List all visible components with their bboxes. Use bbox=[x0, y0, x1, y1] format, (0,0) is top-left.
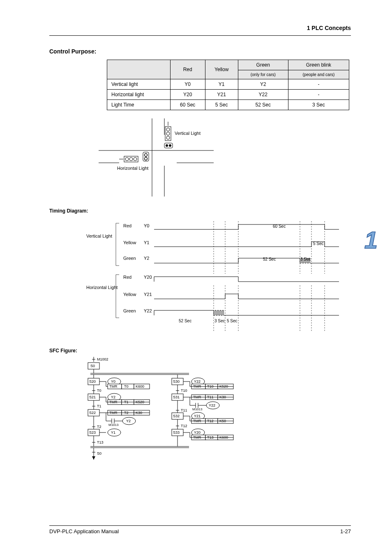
svg-text:K600: K600 bbox=[136, 384, 144, 388]
svg-text:Y0: Y0 bbox=[144, 223, 149, 228]
svg-text:S31: S31 bbox=[173, 395, 180, 399]
control-purpose-title: Control Purpose: bbox=[49, 48, 351, 55]
timing-diagram-title: Timing Diagram: bbox=[49, 208, 351, 214]
col-green: Green bbox=[238, 60, 288, 70]
svg-text:52 Sec: 52 Sec bbox=[263, 257, 276, 261]
svg-text:Green: Green bbox=[123, 256, 136, 261]
svg-text:Y21: Y21 bbox=[144, 292, 152, 297]
lights-table: Red Yellow Green Green blink (only for c… bbox=[107, 60, 349, 110]
svg-text:Y22: Y22 bbox=[209, 403, 215, 407]
col-green-sub: (only for cars) bbox=[238, 70, 288, 79]
svg-text:Y2: Y2 bbox=[144, 256, 149, 261]
svg-text:S20: S20 bbox=[89, 379, 96, 384]
svg-text:T13: T13 bbox=[97, 440, 104, 444]
svg-text:M1002: M1002 bbox=[97, 357, 108, 361]
svg-text:Y2: Y2 bbox=[126, 419, 131, 423]
svg-text:T11: T11 bbox=[181, 408, 187, 412]
col-green-blink: Green blink bbox=[288, 60, 349, 70]
svg-text:Y22: Y22 bbox=[194, 379, 201, 384]
svg-text:T12: T12 bbox=[181, 424, 187, 428]
svg-text:S21: S21 bbox=[89, 395, 96, 399]
svg-text:5 Sec: 5 Sec bbox=[313, 241, 324, 246]
sfc-figure-title: SFC Figure: bbox=[49, 348, 351, 354]
svg-text:T0: T0 bbox=[124, 384, 129, 388]
svg-text:Red: Red bbox=[123, 223, 131, 228]
table-row: Light Time 60 Sec 5 Sec 52 Sec 3 Sec bbox=[107, 100, 349, 110]
svg-point-18 bbox=[169, 144, 171, 147]
svg-rect-6 bbox=[165, 127, 171, 141]
svg-text:Y21: Y21 bbox=[194, 414, 201, 418]
svg-text:52 Sec: 52 Sec bbox=[179, 319, 191, 323]
svg-rect-11 bbox=[124, 156, 138, 162]
svg-text:M1013: M1013 bbox=[108, 423, 119, 427]
svg-text:S22: S22 bbox=[89, 411, 96, 415]
svg-text:Y20: Y20 bbox=[144, 275, 152, 280]
svg-text:Y0: Y0 bbox=[111, 379, 115, 384]
svg-text:S30: S30 bbox=[173, 379, 180, 384]
timing-diagram: Vertical Light Horizontal Light Red Y0 Y… bbox=[86, 217, 341, 336]
svg-text:S32: S32 bbox=[173, 414, 180, 418]
chapter-number: 1 bbox=[364, 226, 378, 254]
svg-text:S0: S0 bbox=[97, 451, 101, 456]
footer-text: DVP-PLC Application Manual bbox=[49, 528, 119, 534]
svg-marker-198 bbox=[92, 456, 95, 460]
svg-text:Yellow: Yellow bbox=[123, 240, 136, 245]
svg-text:Horizontal Light: Horizontal Light bbox=[86, 285, 118, 290]
svg-text:Y1: Y1 bbox=[144, 240, 149, 245]
svg-text:TMR: TMR bbox=[109, 384, 118, 388]
svg-text:T0: T0 bbox=[97, 388, 101, 393]
svg-text:S0: S0 bbox=[90, 364, 95, 368]
svg-text:5 Sec: 5 Sec bbox=[227, 319, 238, 323]
svg-text:T1: T1 bbox=[97, 404, 101, 408]
svg-text:T2: T2 bbox=[97, 425, 101, 429]
svg-text:Green: Green bbox=[123, 308, 136, 313]
page-header: 1 PLC Concepts bbox=[307, 25, 351, 31]
svg-text:S33: S33 bbox=[173, 430, 180, 435]
table-row: Horizontal light Y20 Y21 Y22 - bbox=[107, 90, 349, 100]
svg-text:S23: S23 bbox=[89, 430, 96, 435]
svg-text:Red: Red bbox=[123, 275, 131, 280]
col-green-blink-sub: (people and cars) bbox=[288, 70, 349, 79]
col-yellow: Yellow bbox=[205, 60, 238, 79]
svg-text:Yellow: Yellow bbox=[123, 292, 136, 297]
svg-text:3 Sec: 3 Sec bbox=[214, 319, 225, 323]
svg-text:Vertical Light: Vertical Light bbox=[86, 234, 112, 238]
svg-text:T10: T10 bbox=[181, 388, 187, 393]
svg-text:Vertical Light: Vertical Light bbox=[175, 131, 201, 136]
sfc-diagram: M1002 S0 S20 Y0 TMR T0 K600 T0 S21 Y2 bbox=[82, 357, 312, 472]
footer-page-number: 1-27 bbox=[340, 528, 351, 534]
svg-text:Y1: Y1 bbox=[111, 430, 115, 435]
table-row: Vertical light Y0 Y1 Y2 - bbox=[107, 79, 349, 90]
col-red: Red bbox=[170, 60, 205, 79]
svg-point-17 bbox=[166, 144, 168, 147]
intersection-diagram: Vertical Light Horizontal Light bbox=[99, 118, 214, 197]
svg-text:Y22: Y22 bbox=[144, 308, 152, 313]
svg-text:Horizontal Light: Horizontal Light bbox=[117, 166, 148, 171]
svg-text:3 Sec: 3 Sec bbox=[300, 257, 311, 261]
svg-rect-43 bbox=[152, 274, 341, 285]
svg-text:Y20: Y20 bbox=[194, 430, 201, 435]
svg-text:M1013: M1013 bbox=[192, 407, 203, 411]
page-footer: DVP-PLC Application Manual 1-27 bbox=[49, 525, 351, 534]
svg-text:Y2: Y2 bbox=[111, 395, 115, 399]
svg-text:60 Sec: 60 Sec bbox=[273, 224, 286, 229]
